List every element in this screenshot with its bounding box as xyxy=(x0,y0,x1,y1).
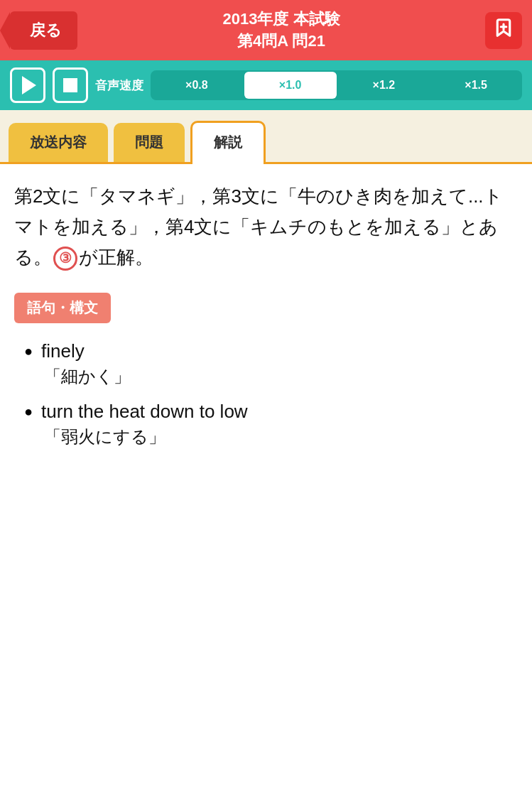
play-button[interactable] xyxy=(10,67,45,103)
back-label: 戻る xyxy=(30,20,62,41)
vocab-content-1: finely 「細かく」 xyxy=(41,340,131,388)
header: 戻る 2013年度 本試験 第4問A 問21 xyxy=(0,0,532,60)
speed-15-button[interactable]: ×1.5 xyxy=(430,70,522,100)
answer-circle: ③ xyxy=(53,247,77,271)
header-title-line2: 第4問A 問21 xyxy=(222,31,340,53)
bullet-2: ● xyxy=(24,404,33,420)
speed-08-button[interactable]: ×0.8 xyxy=(151,70,243,100)
back-button-wrapper: 戻る xyxy=(10,11,77,50)
vocab-en-1: finely xyxy=(41,340,131,362)
tab-broadcast[interactable]: 放送内容 xyxy=(9,123,108,162)
explanation-text: 第2文に「タマネギ」，第3文に「牛のひき肉を加えて...トマトを加える」，第4文… xyxy=(14,181,518,273)
content-area: 第2文に「タマネギ」，第3文に「牛のひき肉を加えて...トマトを加える」，第4文… xyxy=(0,164,532,661)
speed-12-button[interactable]: ×1.2 xyxy=(338,70,430,100)
vocab-item-1: ● finely 「細かく」 xyxy=(24,340,518,388)
header-title-line1: 2013年度 本試験 xyxy=(222,9,340,31)
tab-question[interactable]: 問題 xyxy=(114,123,185,162)
controls-bar: 音声速度 ×0.8 ×1.0 ×1.2 ×1.5 xyxy=(0,60,532,110)
vocab-ja-2: 「弱火にする」 xyxy=(44,426,248,448)
vocab-item-2: ● turn the heat down to low 「弱火にする」 xyxy=(24,401,518,448)
vocab-content-2: turn the heat down to low 「弱火にする」 xyxy=(41,401,248,448)
speed-10-button[interactable]: ×1.0 xyxy=(244,72,337,99)
speed-label: 音声速度 xyxy=(95,77,143,94)
play-icon xyxy=(22,76,36,94)
vocab-en-2: turn the heat down to low xyxy=(41,401,248,423)
bookmark-plus-icon xyxy=(493,17,514,43)
bookmark-button[interactable] xyxy=(485,12,522,49)
vocab-ja-1: 「細かく」 xyxy=(44,365,131,388)
section-badge: 語句・構文 xyxy=(14,293,111,323)
stop-button[interactable] xyxy=(53,67,88,103)
speed-buttons: ×0.8 ×1.0 ×1.2 ×1.5 xyxy=(151,70,522,100)
header-title: 2013年度 本試験 第4問A 問21 xyxy=(222,9,340,53)
stop-icon xyxy=(63,78,77,92)
vocab-list: ● finely 「細かく」 ● turn the heat down to l… xyxy=(14,340,518,448)
tabs-container: 放送内容 問題 解説 xyxy=(0,110,532,164)
back-button[interactable]: 戻る xyxy=(10,11,77,50)
bullet-1: ● xyxy=(24,343,33,359)
tab-explanation[interactable]: 解説 xyxy=(190,121,266,164)
